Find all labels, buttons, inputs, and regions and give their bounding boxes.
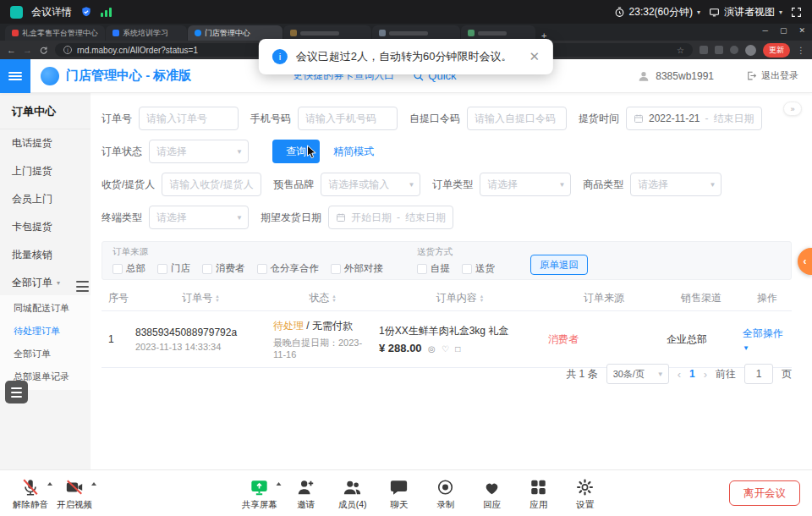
chevron-up-icon[interactable] <box>277 482 282 486</box>
content-badge-icon[interactable]: ◎ <box>428 344 436 354</box>
close-window-button[interactable]: ✕ <box>798 26 805 35</box>
browser-tab-2[interactable]: 系统培训学习 <box>106 25 187 41</box>
invite-button[interactable]: 邀请 <box>284 472 328 516</box>
maximize-button[interactable]: ▢ <box>780 26 787 35</box>
goods-type-select[interactable]: 请选择 ▼ <box>630 173 721 196</box>
bookmark-star-icon[interactable]: ☆ <box>677 46 684 55</box>
cell-source: 消费者 <box>541 319 660 360</box>
meeting-title[interactable]: 会议详情 <box>31 5 72 19</box>
share-screen-button[interactable]: 共享屏幕 <box>238 472 282 516</box>
shield-check-icon[interactable] <box>80 6 92 18</box>
logout-button[interactable]: 退出登录 <box>746 69 798 82</box>
sidebar-item-member-visit[interactable]: 会员上门 <box>0 185 91 213</box>
puzzle-extensions-icon[interactable] <box>730 46 738 54</box>
toast-close-icon[interactable]: ✕ <box>529 49 540 64</box>
presale-brand-select[interactable]: 请选择或输入 ▼ <box>321 173 420 196</box>
apps-button[interactable]: 应用 <box>517 472 561 516</box>
drag-handle-icon[interactable] <box>76 281 89 292</box>
back-button[interactable]: ← <box>7 45 16 55</box>
meeting-app-icon <box>10 6 23 19</box>
terminal-type-select[interactable]: 请选择 ▼ <box>149 206 249 229</box>
forward-button[interactable]: → <box>23 45 32 55</box>
content-heart-icon[interactable]: ♡ <box>442 344 449 354</box>
hamburger-menu-button[interactable] <box>0 59 30 93</box>
unmute-button[interactable]: 解除静音 <box>8 472 52 516</box>
pickup-time-range-picker[interactable]: 2022-11-21 - 结束日期 <box>626 107 762 130</box>
pickup-code-label: 自提口令码 <box>409 112 460 126</box>
order-status-select[interactable]: 请选择 ▼ <box>149 140 249 163</box>
header-status[interactable]: 状态▲▼ <box>266 291 372 305</box>
filter-order-type: 订单类型 请选择 ▼ <box>432 173 571 196</box>
browser-tab-strip: 礼盒零售平台管理中心 系统培训学习 门店管理中心 + ─ ▢ ✕ <box>0 24 812 41</box>
checkbox-external[interactable]: 外部对接 <box>331 262 383 275</box>
minimize-button[interactable]: ─ <box>763 26 768 35</box>
sidebar-item-batch-verify[interactable]: 批量核销 <box>0 241 91 269</box>
sort-icon[interactable]: ▲▼ <box>332 294 336 302</box>
goto-label: 前往 <box>716 367 736 382</box>
extension-icon[interactable] <box>715 46 723 54</box>
current-page[interactable]: 1 <box>689 368 695 380</box>
leave-meeting-button[interactable]: 离开会议 <box>729 480 800 506</box>
receiver-input[interactable] <box>162 173 261 196</box>
phone-input[interactable] <box>298 107 398 130</box>
floating-list-widget[interactable] <box>5 381 28 403</box>
timer-icon <box>614 7 625 18</box>
sidebar-item-cardpack-pickup[interactable]: 卡包提货 <box>0 213 91 241</box>
checkbox-delivery[interactable]: 送货 <box>462 262 495 275</box>
signal-strength-icon[interactable] <box>101 7 112 17</box>
sort-icon[interactable]: ▲▼ <box>480 294 484 302</box>
chevron-up-icon[interactable] <box>91 482 96 486</box>
user-account[interactable]: 8385wb1991 <box>637 69 714 83</box>
start-video-button[interactable]: 开启视频 <box>52 472 96 516</box>
view-mode-selector[interactable]: 演讲者视图 ▾ <box>709 5 782 19</box>
sidebar-title: 订单中心 <box>0 93 91 129</box>
prev-page-button[interactable]: ‹ <box>678 368 681 381</box>
original-order-return-button[interactable]: 原单退回 <box>530 255 588 275</box>
cell-action: 全部操作 ▼ <box>736 319 792 360</box>
reaction-button[interactable]: 回应 <box>470 472 514 516</box>
browser-profile-avatar[interactable] <box>745 45 756 56</box>
site-info-icon[interactable]: i <box>63 46 72 54</box>
checkbox-store[interactable]: 门店 <box>157 262 190 275</box>
sort-icon[interactable]: ▲▼ <box>215 294 219 302</box>
sidebar-item-door-pickup[interactable]: 上门提货 <box>0 157 91 185</box>
checkbox-self-pickup[interactable]: 自提 <box>417 262 450 275</box>
order-no-text[interactable]: 83859345088979792a <box>135 327 266 338</box>
checkbox-hq[interactable]: 总部 <box>112 262 145 275</box>
toast-text: 会议已超过2人，自动转为60分钟限时会议。 <box>296 49 513 64</box>
next-page-button[interactable]: › <box>704 368 707 381</box>
sidebar-subitem-pending-orders[interactable]: 待处理订单 <box>0 320 91 343</box>
checkbox-share-coop[interactable]: 仓分享合作 <box>257 262 320 275</box>
members-button[interactable]: 成员(4) <box>331 472 375 516</box>
order-type-select[interactable]: 请选择 ▼ <box>480 173 571 196</box>
browser-tab-1[interactable]: 礼盒零售平台管理中心 <box>5 25 105 41</box>
share-screen-label: 共享屏幕 <box>242 499 277 511</box>
browser-menu-icon[interactable]: ⋮ <box>797 46 805 55</box>
panel-collapse-handle[interactable]: » <box>783 102 802 116</box>
refresh-button[interactable] <box>39 46 48 55</box>
sidebar-subitem-city-delivery[interactable]: 同城配送订单 <box>0 297 91 320</box>
settings-button[interactable]: 设置 <box>563 472 607 516</box>
fullscreen-icon[interactable] <box>791 7 802 18</box>
header-order-no[interactable]: 订单号▲▼ <box>129 291 266 305</box>
checkbox-icon <box>157 264 167 274</box>
record-icon <box>436 478 455 497</box>
record-button[interactable]: 录制 <box>424 472 468 516</box>
all-actions-link[interactable]: 全部操作 ▼ <box>743 327 792 353</box>
sidebar-item-phone-pickup[interactable]: 电话提货 <box>0 129 91 157</box>
browser-update-button[interactable]: 更新 <box>763 43 790 58</box>
order-no-input[interactable] <box>139 107 239 130</box>
content-device-icon[interactable]: □ <box>455 344 460 354</box>
pickup-code-input[interactable] <box>467 107 567 130</box>
goto-page-input[interactable] <box>744 364 773 384</box>
checkbox-label: 自提 <box>431 262 450 275</box>
chat-button[interactable]: 聊天 <box>377 472 421 516</box>
sidebar-subitem-all-orders[interactable]: 全部订单 <box>0 343 91 365</box>
header-content[interactable]: 订单内容▲▼ <box>372 291 541 305</box>
meeting-timer[interactable]: 23:32(60分钟) ▾ <box>614 5 700 19</box>
page-size-select[interactable]: 30条/页 ▼ <box>606 364 669 384</box>
ship-date-range-picker[interactable]: 开始日期 - 结束日期 <box>328 206 453 229</box>
checkbox-consumer[interactable]: 消费者 <box>202 262 245 275</box>
extension-icon[interactable] <box>700 46 708 54</box>
simple-mode-link[interactable]: 精简模式 <box>333 145 374 159</box>
